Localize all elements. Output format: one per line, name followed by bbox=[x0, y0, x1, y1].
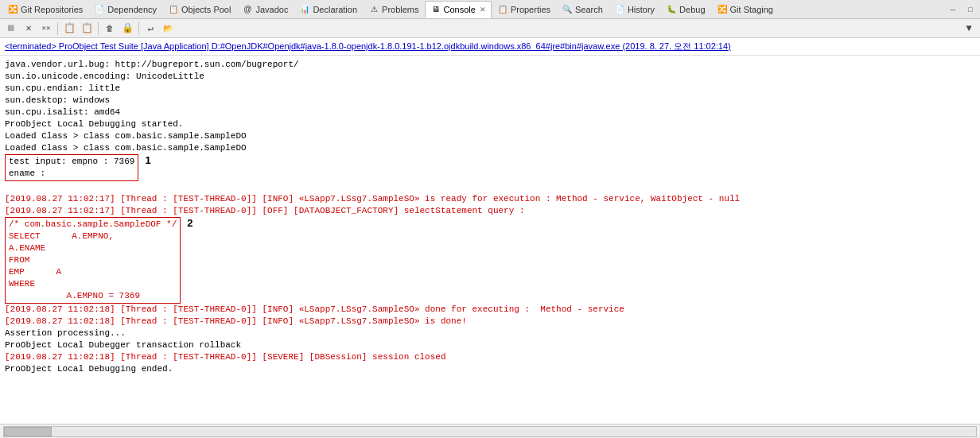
console-line-red: EMP A bbox=[9, 266, 177, 278]
scroll-lock-btn[interactable]: 🔒 bbox=[119, 21, 135, 37]
sep2 bbox=[98, 22, 99, 35]
console-area[interactable]: java.vendor.url.bug: http://bugreport.su… bbox=[0, 56, 980, 424]
git-repos-icon: 🔀 bbox=[7, 4, 18, 15]
console-line: sun.cpu.isalist: amd64 bbox=[5, 107, 975, 118]
maximize-btn[interactable]: □ bbox=[962, 2, 978, 17]
label-1: 1 bbox=[145, 154, 150, 166]
tab-javadoc[interactable]: @ Javadoc bbox=[236, 1, 294, 18]
scrollbar-thumb[interactable] bbox=[4, 427, 52, 436]
console-line-red: FROM bbox=[9, 254, 177, 266]
console-line-red: WHERE bbox=[9, 278, 177, 290]
console-line: java.vendor.url.bug: http://bugreport.su… bbox=[5, 59, 975, 71]
tab-git-staging-label: Git Staging bbox=[730, 5, 773, 14]
git-staging-icon: 🔀 bbox=[717, 4, 728, 15]
console-line: ProObject Local Debugging started. bbox=[5, 118, 975, 130]
tab-git-staging[interactable]: 🔀 Git Staging bbox=[711, 1, 779, 18]
console-line bbox=[5, 181, 975, 193]
debug-icon: 🐛 bbox=[666, 4, 677, 15]
sep3 bbox=[138, 22, 139, 35]
box1: test input: empno : 7369 ename : bbox=[5, 154, 138, 181]
view-menu-btn[interactable]: ▼ bbox=[961, 21, 977, 37]
search-icon: 🔍 bbox=[562, 4, 573, 15]
javadoc-icon: @ bbox=[242, 4, 253, 15]
console-line-red: [2019.08.27 11:02:18] [Thread : [TEST-TH… bbox=[5, 316, 975, 328]
console-line-red: [2019.08.27 11:02:17] [Thread : [TEST-TH… bbox=[5, 193, 975, 205]
console-line-red: [2019.08.27 11:02:17] [Thread : [TEST-TH… bbox=[5, 205, 975, 217]
box1-container: test input: empno : 7369 ename : 1 bbox=[5, 154, 975, 181]
console-line-red: A.EMPNO = 7369 bbox=[9, 290, 177, 302]
console-line-red: A.ENAME bbox=[9, 242, 177, 254]
horizontal-scrollbar[interactable] bbox=[0, 424, 980, 438]
clear-btn[interactable]: 🗑 bbox=[102, 21, 118, 37]
tab-problems[interactable]: ⚠ Problems bbox=[363, 1, 424, 18]
console-line-red: [2019.08.27 11:02:18] [Thread : [TEST-TH… bbox=[5, 351, 975, 363]
problems-icon: ⚠ bbox=[368, 4, 379, 15]
tab-declaration-label: Declaration bbox=[313, 5, 357, 14]
console-line: Loaded Class > class com.basic.sample.Sa… bbox=[5, 142, 975, 154]
status-text: <terminated> ProObject Test Suite [Java … bbox=[5, 41, 731, 52]
box2: /* com.basic.sample.SampleDOF */ SELECT … bbox=[5, 217, 181, 304]
tab-declaration[interactable]: 📊 Declaration bbox=[294, 1, 363, 18]
history-icon: 📄 bbox=[614, 4, 625, 15]
tab-history-label: History bbox=[628, 5, 655, 14]
status-line: <terminated> ProObject Test Suite [Java … bbox=[0, 38, 980, 56]
objects-pool-icon: 📋 bbox=[168, 4, 179, 15]
console-line: sun.cpu.endian: little bbox=[5, 83, 975, 95]
tab-dependency-label: Dependency bbox=[107, 5, 157, 14]
console-line: ProObject Local Dubegger transaction rol… bbox=[5, 339, 975, 351]
copy-btn[interactable]: 📋 bbox=[61, 21, 77, 37]
console-line: sun.io.unicode.encoding: UnicodeLittle bbox=[5, 71, 975, 83]
properties-icon: 📋 bbox=[497, 4, 508, 15]
tab-search[interactable]: 🔍 Search bbox=[556, 1, 609, 18]
console-line-red: /* com.basic.sample.SampleDOF */ bbox=[9, 219, 177, 231]
console-line: Loaded Class > class com.basic.sample.Sa… bbox=[5, 130, 975, 142]
tab-properties[interactable]: 📋 Properties bbox=[492, 1, 556, 18]
tab-console[interactable]: 🖥 Console ✕ bbox=[425, 1, 492, 18]
console-line-red: [2019.08.27 11:02:18] [Thread : [TEST-TH… bbox=[5, 304, 975, 316]
open-file-btn[interactable]: 📂 bbox=[160, 21, 176, 37]
tab-properties-label: Properties bbox=[511, 5, 550, 14]
tab-bar: 🔀 Git Repositories 📄 Dependency 📋 Object… bbox=[0, 0, 980, 19]
tab-git-repos-label: Git Repositories bbox=[21, 5, 83, 14]
console-line: sun.desktop: windows bbox=[5, 95, 975, 107]
declaration-icon: 📊 bbox=[299, 4, 310, 15]
scrollbar-track[interactable] bbox=[3, 426, 977, 437]
tab-debug[interactable]: 🐛 Debug bbox=[660, 1, 710, 18]
tab-history[interactable]: 📄 History bbox=[609, 1, 660, 18]
word-wrap-btn[interactable]: ↵ bbox=[142, 21, 158, 37]
console-close-icon[interactable]: ✕ bbox=[480, 6, 486, 14]
dependency-icon: 📄 bbox=[94, 4, 105, 15]
tab-objects-pool-label: Objects Pool bbox=[181, 5, 231, 14]
box2-container: /* com.basic.sample.SampleDOF */ SELECT … bbox=[5, 217, 975, 304]
console-line: ProObject Local Debugging ended. bbox=[5, 363, 975, 375]
stop-btn[interactable]: ⏹ bbox=[3, 21, 19, 37]
terminate-all-btn[interactable]: ✕✕ bbox=[38, 21, 54, 37]
tab-debug-label: Debug bbox=[679, 5, 705, 14]
label-2: 2 bbox=[187, 217, 192, 229]
console-line: test input: empno : 7369 bbox=[9, 156, 134, 168]
tab-dependency[interactable]: 📄 Dependency bbox=[88, 1, 162, 18]
toolbar-right: ▼ bbox=[961, 21, 977, 37]
tab-git-repositories[interactable]: 🔀 Git Repositories bbox=[2, 1, 88, 18]
tab-problems-label: Problems bbox=[382, 5, 418, 14]
sep1 bbox=[57, 22, 58, 35]
console-line-red: SELECT A.EMPNO, bbox=[9, 231, 177, 242]
terminate-btn[interactable]: ✕ bbox=[21, 21, 37, 37]
console-line: Assertion processing... bbox=[5, 328, 975, 339]
tab-objects-pool[interactable]: 📋 Objects Pool bbox=[162, 1, 236, 18]
console-line: ename : bbox=[9, 168, 134, 180]
paste-btn[interactable]: 📋 bbox=[79, 21, 95, 37]
tab-javadoc-label: Javadoc bbox=[255, 5, 288, 14]
console-toolbar: ⏹ ✕ ✕✕ 📋 📋 🗑 🔒 ↵ 📂 ▼ bbox=[0, 19, 980, 38]
tab-search-label: Search bbox=[575, 5, 603, 14]
minimize-btn[interactable]: ─ bbox=[945, 2, 961, 17]
tab-console-label: Console bbox=[444, 5, 476, 14]
console-icon: 🖥 bbox=[430, 4, 441, 15]
